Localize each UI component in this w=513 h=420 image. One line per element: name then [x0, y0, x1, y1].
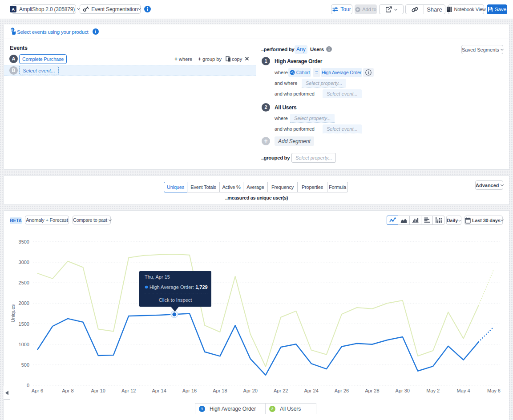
svg-text:Apr 26: Apr 26 [335, 388, 349, 393]
svg-text:Apr 14: Apr 14 [152, 388, 166, 393]
svg-text:Apr 20: Apr 20 [243, 388, 258, 393]
svg-text:Click to Inspect: Click to Inspect [159, 297, 192, 303]
svg-text:Uniques: Uniques [10, 304, 16, 322]
svg-text:2000: 2000 [19, 300, 29, 306]
svg-text:1500: 1500 [19, 321, 29, 327]
svg-text:1000: 1000 [19, 342, 29, 347]
svg-text:May 4: May 4 [457, 388, 470, 393]
svg-text:Apr 6: Apr 6 [32, 388, 43, 393]
svg-text:3000: 3000 [19, 260, 29, 265]
svg-text:May 2: May 2 [426, 388, 440, 393]
svg-text:Apr 18: Apr 18 [213, 388, 227, 393]
svg-text:Apr 10: Apr 10 [91, 388, 105, 393]
svg-text:Apr 24: Apr 24 [304, 388, 318, 393]
svg-text:Apr 30: Apr 30 [396, 388, 410, 393]
svg-text:May 6: May 6 [487, 388, 501, 393]
svg-text:Apr 12: Apr 12 [121, 388, 136, 393]
svg-text:Apr 28: Apr 28 [365, 388, 379, 393]
svg-text:Apr 22: Apr 22 [274, 388, 288, 393]
svg-text:500: 500 [21, 362, 29, 368]
svg-text:3500: 3500 [19, 239, 29, 244]
svg-text:Thu, Apr 15: Thu, Apr 15 [145, 274, 170, 280]
svg-text:2500: 2500 [19, 280, 29, 285]
svg-text:Apr 16: Apr 16 [182, 388, 197, 393]
svg-text:High Average Order: 1,729: High Average Order: 1,729 [149, 284, 208, 290]
svg-text:Apr 8: Apr 8 [62, 388, 73, 393]
svg-text:0: 0 [27, 383, 29, 388]
